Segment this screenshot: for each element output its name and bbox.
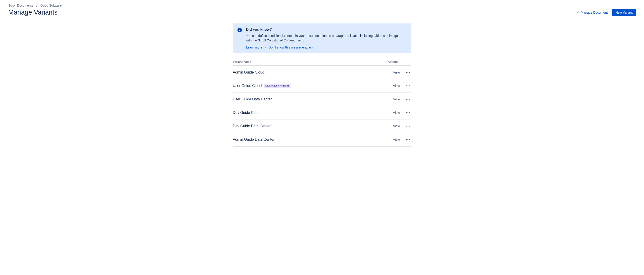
table-row: Dev Guide Data CenterView — [233, 120, 411, 133]
svg-point-15 — [406, 139, 407, 140]
variant-name: User Guide Data Center — [233, 97, 272, 101]
table-row: User Guide CloudDEFAULT VARIANTView — [233, 79, 411, 93]
variant-name: Dev Guide Data Center — [233, 124, 271, 128]
svg-point-3 — [406, 85, 407, 86]
breadcrumb-item-scroll-documents[interactable]: Scroll Documents — [8, 4, 33, 7]
svg-point-7 — [408, 99, 408, 100]
row-actions: View — [393, 69, 411, 76]
variant-name-cell: Admin Guide Data Center — [233, 138, 274, 142]
svg-point-10 — [408, 112, 408, 113]
variant-name-cell: Dev Guide Cloud — [233, 111, 261, 115]
table-row: Admin Guide Data CenterView — [233, 133, 411, 146]
svg-point-12 — [406, 126, 407, 126]
arrow-left-icon: ← — [576, 11, 579, 14]
svg-point-8 — [409, 99, 410, 100]
view-link[interactable]: View — [393, 111, 400, 114]
row-actions: View — [393, 96, 411, 103]
view-link[interactable]: View — [393, 138, 400, 141]
more-actions-button[interactable] — [404, 123, 411, 130]
svg-point-4 — [408, 85, 408, 86]
more-horizontal-icon — [406, 97, 410, 102]
page-title: Manage Variants — [8, 9, 58, 16]
row-actions: View — [393, 136, 411, 143]
more-horizontal-icon — [406, 83, 410, 88]
variant-name: User Guide Cloud — [233, 84, 262, 88]
more-horizontal-icon — [406, 137, 410, 142]
manage-document-label: Manage Document — [581, 11, 608, 14]
svg-point-2 — [409, 72, 410, 73]
default-variant-badge: DEFAULT VARIANT — [264, 84, 291, 88]
dismiss-info-link[interactable]: Don't show this message again — [268, 46, 312, 49]
row-actions: View — [393, 123, 411, 130]
more-actions-button[interactable] — [404, 96, 411, 103]
svg-point-0 — [406, 72, 407, 73]
info-content: Did you know? You can define conditional… — [246, 28, 407, 49]
variant-name-cell: Admin Guide Cloud — [233, 70, 264, 74]
view-link[interactable]: View — [393, 124, 400, 128]
learn-more-link[interactable]: Learn more — [246, 46, 262, 49]
svg-point-13 — [408, 126, 408, 126]
svg-point-1 — [408, 72, 408, 73]
info-panel: i Did you know? You can define condition… — [233, 24, 411, 53]
more-horizontal-icon — [406, 124, 410, 128]
breadcrumb-item-good-software[interactable]: Good Software — [40, 4, 62, 7]
variant-name: Dev Guide Cloud — [233, 111, 261, 115]
svg-point-5 — [409, 85, 410, 86]
svg-point-14 — [409, 126, 410, 126]
variant-name-cell: Dev Guide Data Center — [233, 124, 271, 128]
variant-name-cell: User Guide CloudDEFAULT VARIANT — [233, 84, 291, 88]
table-row: Dev Guide CloudView — [233, 106, 411, 120]
new-variant-button[interactable]: New Variant — [612, 9, 636, 16]
breadcrumb: Scroll Documents / Good Software — [8, 4, 636, 7]
header-actions: ← Manage Document New Variant — [576, 9, 636, 16]
table-header: Variant name Actions — [233, 60, 411, 66]
table-row: User Guide Data CenterView — [233, 93, 411, 106]
more-actions-button[interactable] — [404, 69, 411, 76]
svg-point-11 — [409, 112, 410, 113]
row-actions: View — [393, 82, 411, 89]
main-content: i Did you know? You can define condition… — [233, 24, 411, 146]
more-actions-button[interactable] — [404, 82, 411, 89]
view-link[interactable]: View — [393, 98, 400, 101]
info-title: Did you know? — [246, 28, 407, 32]
info-separator: · — [265, 46, 266, 49]
more-actions-button[interactable] — [404, 109, 411, 116]
info-links: Learn more · Don't show this message aga… — [246, 46, 407, 49]
variant-name: Admin Guide Data Center — [233, 138, 274, 142]
view-link[interactable]: View — [393, 70, 400, 74]
svg-point-17 — [409, 139, 410, 140]
info-text: You can define conditional content in yo… — [246, 34, 407, 43]
svg-point-6 — [406, 99, 407, 100]
svg-point-16 — [408, 139, 408, 140]
view-link[interactable]: View — [393, 84, 400, 88]
variant-name: Admin Guide Cloud — [233, 70, 264, 74]
more-actions-button[interactable] — [404, 136, 411, 143]
column-header-name: Variant name — [233, 60, 251, 64]
more-horizontal-icon — [406, 110, 410, 115]
row-actions: View — [393, 109, 411, 116]
variants-table-body: Admin Guide CloudViewUser Guide CloudDEF… — [233, 66, 411, 146]
page-header: Manage Variants ← Manage Document New Va… — [8, 9, 636, 16]
column-header-actions: Actions — [388, 60, 411, 64]
svg-point-9 — [406, 112, 407, 113]
variant-name-cell: User Guide Data Center — [233, 97, 272, 101]
more-horizontal-icon — [406, 70, 410, 75]
info-icon: i — [238, 28, 242, 32]
breadcrumb-separator: / — [36, 4, 37, 7]
manage-document-link[interactable]: ← Manage Document — [576, 11, 608, 14]
table-row: Admin Guide CloudView — [233, 66, 411, 79]
